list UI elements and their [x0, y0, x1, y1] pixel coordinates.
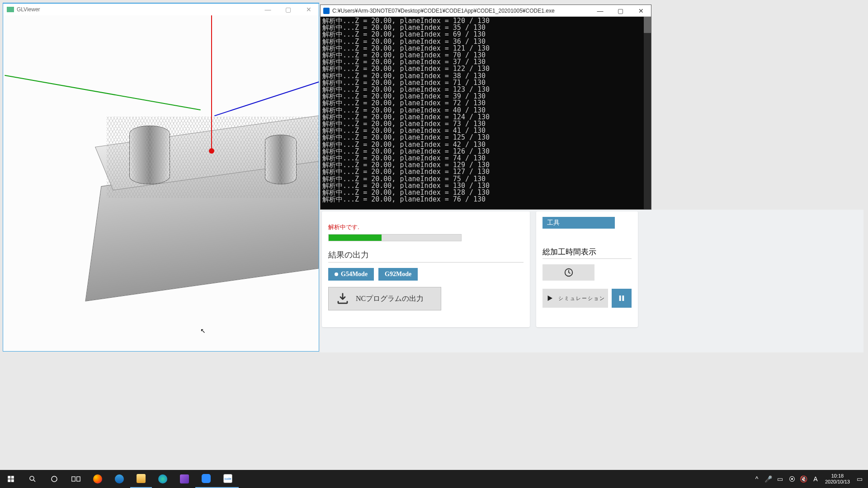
taskbar-app2[interactable]: [108, 470, 130, 488]
edge-icon: [158, 474, 167, 483]
taskview-icon: [71, 475, 80, 483]
code1-icon: code: [223, 474, 232, 483]
clock-icon: [564, 267, 574, 277]
g54-label: G54Mode: [341, 271, 368, 278]
taskbar-zoom[interactable]: [195, 470, 217, 488]
console-window: C:¥Users¥Arm-3DNOTE07¥Desktop¥CODE1¥CODE…: [320, 5, 651, 210]
tray-chevron-icon[interactable]: ^: [751, 475, 763, 483]
start-button[interactable]: [0, 470, 22, 488]
minimize-button[interactable]: —: [258, 4, 278, 15]
tray-notifications-icon[interactable]: ▭: [854, 475, 865, 483]
folder-icon: [137, 474, 146, 483]
cortana-button[interactable]: [43, 470, 65, 488]
search-icon: [28, 475, 37, 483]
g54-mode-button[interactable]: G54Mode: [328, 268, 374, 281]
cursor-icon: ↖: [200, 327, 206, 334]
visualstudio-icon: [180, 474, 189, 483]
svg-rect-5: [72, 477, 75, 481]
console-output[interactable]: 解析中...Z = 20.00, planeIndex = 120 / 130 …: [321, 17, 651, 209]
tool-header: 工具: [542, 217, 615, 229]
tray-mic-icon[interactable]: 🎤: [763, 475, 774, 483]
model-3d: [43, 80, 278, 252]
glviewer-window: GLViewer — ▢ ✕ ↖: [3, 3, 319, 352]
output-section-title: 結果の出力: [328, 249, 524, 263]
console-maximize-button[interactable]: ▢: [610, 5, 631, 17]
nc-output-button[interactable]: NCプログラムの出力: [328, 287, 441, 310]
taskbar-explorer[interactable]: [130, 470, 152, 488]
progress-bar: [328, 234, 462, 241]
app2-icon: [115, 474, 124, 483]
cortana-icon: [50, 475, 58, 483]
gl-viewport[interactable]: [3, 15, 319, 351]
console-titlebar[interactable]: C:¥Users¥Arm-3DNOTE07¥Desktop¥CODE1¥CODE…: [321, 5, 651, 17]
glviewer-app-icon: [7, 7, 14, 12]
download-icon: [336, 292, 349, 305]
console-scroll-thumb[interactable]: [644, 17, 651, 33]
taskbar-code1[interactable]: code: [217, 470, 239, 488]
simulation-play-button[interactable]: シミュレーション: [542, 289, 608, 308]
pause-icon: [618, 294, 626, 302]
maximize-button[interactable]: ▢: [278, 4, 298, 15]
status-text: 解析中です.: [328, 223, 524, 231]
taskbar-firefox[interactable]: [87, 470, 108, 488]
y-axis-icon: [211, 15, 212, 151]
tray-clock[interactable]: 10:18 2020/10/13: [821, 473, 854, 485]
system-tray: ^ 🎤 ▭ ⦿ 🔇 A 10:18 2020/10/13 ▭: [751, 473, 868, 485]
radio-dot-icon: [335, 272, 338, 276]
taskview-button[interactable]: [65, 470, 87, 488]
svg-rect-1: [619, 296, 621, 301]
firefox-icon: [93, 474, 102, 483]
zoom-icon: [202, 474, 211, 483]
svg-rect-2: [623, 296, 624, 301]
console-title: C:¥Users¥Arm-3DNOTE07¥Desktop¥CODE1¥CODE…: [332, 8, 555, 14]
output-panel: 解析中です. 結果の出力 G54Mode G92Mode NCプログラムの出力: [322, 211, 530, 327]
taskbar-edge[interactable]: [152, 470, 174, 488]
glviewer-titlebar[interactable]: GLViewer — ▢ ✕: [3, 4, 319, 15]
svg-point-3: [30, 476, 34, 480]
time-section-title: 総加工時間表示: [542, 247, 632, 259]
simulation-pause-button[interactable]: [612, 289, 632, 308]
time-display: [542, 264, 594, 281]
console-minimize-button[interactable]: —: [590, 5, 610, 17]
windows-icon: [7, 475, 15, 483]
tray-date: 2020/10/13: [825, 479, 850, 485]
tray-time: 10:18: [825, 473, 850, 479]
console-close-button[interactable]: ✕: [631, 5, 651, 17]
search-button[interactable]: [22, 470, 43, 488]
svg-rect-6: [77, 477, 80, 481]
svg-point-4: [52, 476, 57, 482]
nc-output-label: NCプログラムの出力: [356, 294, 424, 304]
tray-ime[interactable]: A: [810, 475, 821, 483]
g92-label: G92Mode: [385, 271, 411, 278]
g92-mode-button[interactable]: G92Mode: [378, 268, 418, 281]
simulation-label: シミュレーション: [558, 295, 605, 302]
tray-battery-icon[interactable]: ▭: [774, 475, 786, 483]
tray-volume-icon[interactable]: 🔇: [798, 475, 810, 483]
taskbar: code ^ 🎤 ▭ ⦿ 🔇 A 10:18 2020/10/13 ▭: [0, 470, 868, 488]
play-icon: [546, 294, 554, 302]
console-scrollbar[interactable]: [644, 17, 651, 209]
progress-fill: [329, 235, 382, 241]
tool-panel: 工具 総加工時間表示 シミュレーション: [536, 211, 638, 327]
close-button[interactable]: ✕: [298, 4, 319, 15]
taskbar-vs[interactable]: [174, 470, 195, 488]
console-app-icon: [323, 8, 330, 14]
glviewer-title: GLViewer: [17, 6, 40, 13]
tray-wifi-icon[interactable]: ⦿: [786, 475, 798, 483]
